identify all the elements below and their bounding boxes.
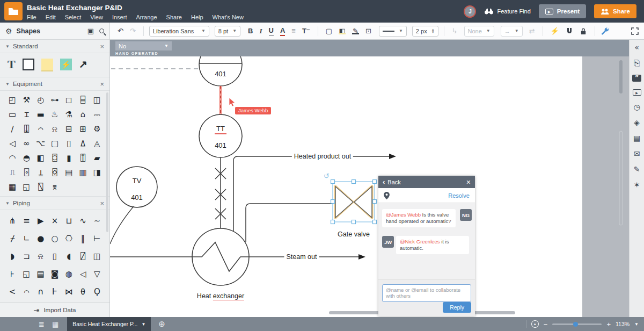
sticky-note-shape[interactable] <box>41 59 53 70</box>
share-button[interactable]: Share <box>594 4 636 18</box>
text-color-button[interactable]: A <box>280 26 285 36</box>
piping-shape[interactable]: ⍾ <box>38 250 43 263</box>
equipment-shape[interactable]: ⌥ <box>36 137 45 150</box>
line-style-select[interactable]: ▼ <box>379 26 407 37</box>
swap-endpoints-button[interactable]: ⇄ <box>529 27 535 35</box>
piping-shape[interactable]: ⎔ <box>65 232 72 245</box>
document-properties-icon[interactable]: ⎘ <box>634 59 640 67</box>
equipment-shape[interactable]: ⚙ <box>93 123 100 135</box>
piping-shape[interactable]: ▶ <box>38 214 44 227</box>
equipment-shape[interactable]: ◨ <box>93 166 101 179</box>
equipment-shape[interactable]: ⚒ <box>23 93 30 106</box>
zoom-slider[interactable] <box>552 323 602 325</box>
instrument-circle-tt[interactable] <box>199 114 242 157</box>
piping-shape[interactable]: ◫ <box>93 250 101 263</box>
equipment-shape[interactable]: ∕ <box>11 123 14 135</box>
page-tab[interactable]: Basic Heat Exchanger P... ▼ <box>67 317 151 331</box>
equipment-shape[interactable]: ◓ <box>23 152 30 164</box>
equipment-shape[interactable]: ◠ <box>9 152 16 164</box>
comment-bubble[interactable]: @Nick Greenlees it is automatic. <box>396 236 469 254</box>
page-list-icon[interactable]: ≣ <box>39 320 45 328</box>
piping-shape[interactable]: × <box>52 214 58 227</box>
present-slides-icon[interactable]: ▶ <box>633 89 641 96</box>
shape-data-button[interactable]: ⊡ <box>365 27 371 35</box>
italic-button[interactable]: I <box>259 27 262 35</box>
piping-shape[interactable]: ∼ <box>94 214 101 227</box>
piping-shape[interactable]: ⋈ <box>65 285 73 298</box>
heat-exchanger-label[interactable]: Heat exchanger <box>195 292 246 300</box>
equipment-shape[interactable]: ▢ <box>51 137 58 150</box>
equipment-shape[interactable]: ⌂ <box>80 108 86 121</box>
equipment-shape[interactable]: ⌻ <box>24 166 29 179</box>
piping-shape[interactable]: ▤ <box>37 268 45 280</box>
connector-type-button[interactable]: ↳ <box>452 27 458 35</box>
equipment-shape[interactable]: ◫ <box>93 93 101 106</box>
frame-button[interactable]: ▢ <box>326 27 332 35</box>
piping-shape[interactable]: ▽ <box>94 268 100 280</box>
piping-shape[interactable]: ◍ <box>65 268 72 280</box>
piping-shape[interactable]: ⌿ <box>10 232 15 245</box>
equipment-shape[interactable]: ▥ <box>79 166 86 179</box>
equipment-shape[interactable]: ⌸ <box>80 93 85 106</box>
wrench-icon[interactable] <box>601 27 609 35</box>
piping-shape[interactable]: < <box>9 285 16 298</box>
rotate-handle-icon[interactable]: ↺ <box>324 172 330 180</box>
resolve-link[interactable]: Resolve <box>448 192 470 199</box>
zoom-slider-thumb[interactable] <box>573 322 578 327</box>
zoom-level[interactable]: 113% <box>616 321 630 327</box>
equipment-shape[interactable]: ▰ <box>94 152 100 164</box>
add-page-button[interactable]: ⊕ <box>158 319 165 329</box>
present-button[interactable]: ▶ Present <box>539 4 586 18</box>
piping-shape[interactable]: ⍬ <box>80 285 85 298</box>
equipment-shape[interactable]: ◰ <box>9 93 16 106</box>
piping-shape[interactable]: ⊐ <box>23 250 30 263</box>
equipment-shape[interactable]: ⍗ <box>24 123 29 135</box>
equipment-shape[interactable]: ▯ <box>67 137 71 150</box>
equipment-shape[interactable]: ▦ <box>9 181 16 193</box>
import-data-button[interactable]: ⇥ Import Data <box>0 303 109 317</box>
equipment-shape[interactable]: ⍾ <box>52 123 57 135</box>
hotspot-button[interactable]: ⚡ <box>551 27 559 35</box>
back-button[interactable]: ‹ Back <box>383 178 401 186</box>
arrowhead-select[interactable]: →▼ <box>501 26 523 37</box>
equipment-shape[interactable]: ◴ <box>37 93 44 106</box>
equipment-shape[interactable]: ⌼ <box>52 152 57 164</box>
gate-valve-line[interactable] <box>246 204 333 242</box>
avatar[interactable]: J <box>464 5 476 18</box>
piping-shape[interactable]: ∩ <box>38 285 43 298</box>
piping-shape[interactable]: ◁ <box>80 268 86 280</box>
menu-item[interactable]: Share <box>166 14 182 20</box>
equipment-shape[interactable]: ⌺ <box>52 166 57 179</box>
equipment-shape[interactable]: ◧ <box>37 152 45 164</box>
menu-item[interactable]: Arrange <box>136 14 157 20</box>
line-endpoint-select[interactable]: None▼ <box>464 26 494 37</box>
piping-shape[interactable]: ◱ <box>23 268 30 280</box>
menu-item[interactable]: What's New <box>213 14 244 20</box>
piping-shape[interactable]: Ͱ <box>52 285 57 298</box>
zoom-out-button[interactable]: − <box>544 320 548 328</box>
quick-shape[interactable]: ⚡ <box>60 59 72 70</box>
piping-shape[interactable]: ∿ <box>79 214 86 227</box>
equipment-shape[interactable]: ◬ <box>94 137 100 150</box>
collapse-panel-icon[interactable]: « <box>634 44 639 52</box>
menu-item[interactable]: Insert <box>112 14 127 20</box>
equipment-shape[interactable]: ◻ <box>65 93 72 106</box>
line-width-stepper[interactable]: 2 px ▲▼ <box>412 26 438 37</box>
fill-color-button[interactable]: ◧ <box>339 28 346 34</box>
piping-shape[interactable]: ◗ <box>10 250 14 263</box>
canvas-vertical-scrollbar[interactable] <box>619 60 623 93</box>
menu-item[interactable]: Edit <box>46 14 56 20</box>
magic-wand-icon[interactable]: ✶ <box>634 181 640 189</box>
comment-bubble[interactable]: @James Webb Is this valve hand operated … <box>382 209 456 227</box>
arrow-shape[interactable]: ↗ <box>79 59 87 70</box>
section-header-piping[interactable]: ▼ Piping × <box>0 197 109 210</box>
font-family-select[interactable]: Liberation Sans▼ <box>149 26 209 37</box>
piping-shape[interactable]: ⋔ <box>9 214 16 227</box>
magnet-icon[interactable] <box>566 27 573 35</box>
piping-shape[interactable]: ○ <box>51 232 58 245</box>
feature-find-button[interactable]: Feature Find <box>484 8 530 15</box>
equipment-shape[interactable]: ◁ <box>9 137 16 150</box>
history-icon[interactable]: ◷ <box>633 103 640 111</box>
piping-shape[interactable]: ⍁ <box>80 250 85 263</box>
piping-shape[interactable]: ● <box>37 232 44 245</box>
